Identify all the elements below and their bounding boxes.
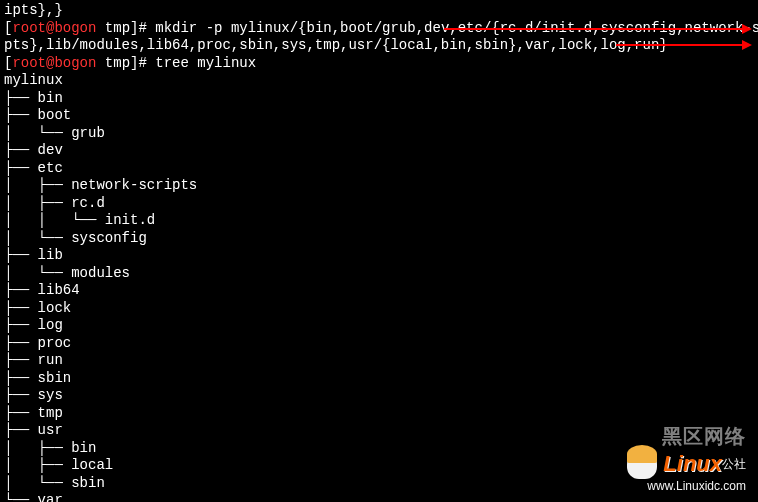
tree-row: ├── dev xyxy=(4,142,754,160)
tree-row: ├── lib64 xyxy=(4,282,754,300)
tree-row: ├── lock xyxy=(4,300,754,318)
terminal-line-fragment: ipts},} xyxy=(4,2,754,20)
mushroom-icon xyxy=(627,449,657,479)
command-tree: tree mylinux xyxy=(155,55,256,71)
tree-row: ├── proc xyxy=(4,335,754,353)
tree-row: ├── boot xyxy=(4,107,754,125)
tree-row: │ └── modules xyxy=(4,265,754,283)
tree-row: │ └── grub xyxy=(4,125,754,143)
tree-row: ├── tmp xyxy=(4,405,754,423)
watermark-logo-text: Linux xyxy=(663,451,722,476)
prompt-path: tmp xyxy=(105,20,130,36)
tree-row: │ ├── rc.d xyxy=(4,195,754,213)
tree-row: mylinux xyxy=(4,72,754,90)
tree-row: │ └── sysconfig xyxy=(4,230,754,248)
watermark: 黑区网络 Linux公社 www.Linuxidc.com xyxy=(627,424,746,494)
tree-row: ├── bin xyxy=(4,90,754,108)
prompt-path: tmp xyxy=(105,55,130,71)
tree-row: │ ├── network-scripts xyxy=(4,177,754,195)
watermark-url: www.Linuxidc.com xyxy=(627,479,746,494)
tree-row: ├── log xyxy=(4,317,754,335)
annotation-arrow-icon xyxy=(616,44,744,46)
watermark-sub: 公社 xyxy=(722,457,746,471)
tree-row: ├── sys xyxy=(4,387,754,405)
annotation-arrow-icon xyxy=(444,28,744,30)
terminal-prompt-line-2: [root@bogon tmp]# tree mylinux xyxy=(4,55,754,73)
tree-row: ├── sbin xyxy=(4,370,754,388)
prompt-user: root@bogon xyxy=(12,20,96,36)
tree-row: ├── lib xyxy=(4,247,754,265)
tree-row: │ │ └── init.d xyxy=(4,212,754,230)
tree-row: ├── run xyxy=(4,352,754,370)
tree-row: ├── etc xyxy=(4,160,754,178)
prompt-user: root@bogon xyxy=(12,55,96,71)
